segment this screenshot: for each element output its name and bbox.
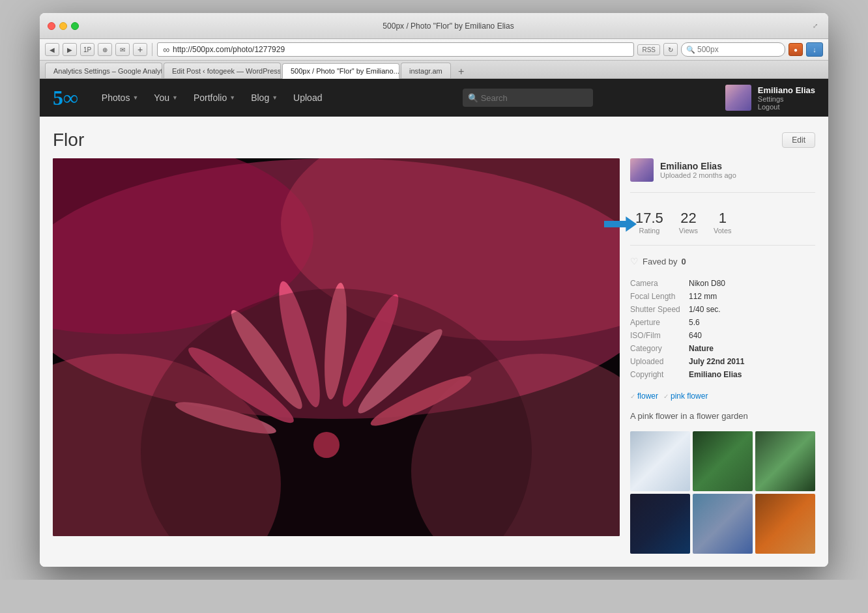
toolbar-separator [152, 43, 152, 56]
meta-row-category: Category Nature [630, 342, 815, 355]
avatar[interactable] [725, 85, 751, 111]
thumbnail-2[interactable] [693, 431, 753, 491]
nav-portfolio[interactable]: Portfolio ▼ [186, 79, 243, 117]
download-button[interactable]: ↓ [806, 42, 823, 57]
heart-icon: ♡ [630, 256, 639, 266]
browser-tabs: Analytics Settings – Google Analytics Ed… [40, 61, 828, 79]
copyright-value: Emiliano Elias [689, 368, 815, 381]
rss-badge[interactable]: RSS [637, 44, 660, 55]
camera-label: Camera [630, 277, 689, 290]
page-title: Flor [53, 130, 84, 150]
tab-500px[interactable]: 500px / Photo "Flor" by Emiliano... [282, 63, 399, 79]
rating-stat: 17.5 Rating [635, 210, 663, 235]
tag-icon: ✓ [630, 393, 635, 400]
infinity-icon: ∞ [163, 44, 169, 55]
uploader-avatar[interactable] [630, 158, 654, 182]
tag-icon: ✓ [663, 393, 669, 400]
history-button[interactable]: 1P [80, 43, 94, 56]
thumbnail-4[interactable] [630, 494, 690, 554]
maximize-button[interactable] [71, 22, 79, 30]
edit-button[interactable]: Edit [782, 132, 815, 148]
iso-value: 640 [689, 329, 815, 342]
photo-layout: Emiliano Elias Uploaded 2 months ago 17.… [53, 158, 815, 554]
stats-row: 17.5 Rating 22 Views 1 Votes [635, 210, 815, 235]
flower-svg [53, 158, 620, 536]
minimize-button[interactable] [59, 22, 67, 30]
forward-button[interactable]: ▶ [63, 43, 77, 56]
address-bar[interactable]: ∞ http://500px.com/photo/1277929 [157, 42, 634, 57]
focal-value: 112 mm [689, 290, 815, 303]
resize-icon[interactable]: ⤢ [810, 21, 820, 31]
back-button[interactable]: ◀ [45, 43, 59, 56]
nav-blog[interactable]: Blog ▼ [243, 79, 285, 117]
focal-label: Focal Length [630, 290, 689, 303]
meta-row-iso: ISO/Film 640 [630, 329, 815, 342]
add-tab-button[interactable]: + [133, 43, 147, 56]
header-search-input[interactable] [463, 89, 593, 107]
nav-you[interactable]: You ▼ [146, 79, 186, 117]
main-nav: Photos ▼ You ▼ Portfolio ▼ Blog ▼ Upload [94, 79, 330, 117]
thumbnail-6[interactable] [755, 494, 815, 554]
uploader-name[interactable]: Emiliano Elias [660, 161, 736, 171]
shutter-value: 1/40 sec. [689, 303, 815, 316]
rss-button[interactable]: ⊕ [98, 43, 112, 56]
views-label: Views [679, 227, 698, 235]
photo-title-bar: Flor Edit [53, 130, 815, 150]
tab-instagram[interactable]: instagr.am [401, 63, 451, 78]
close-button[interactable] [48, 22, 55, 30]
category-value[interactable]: Nature [689, 342, 815, 355]
settings-link[interactable]: Settings [758, 95, 815, 103]
chevron-down-icon: ▼ [172, 94, 178, 101]
chevron-down-icon: ▼ [272, 94, 278, 101]
header-search-wrap: 🔍 [463, 89, 593, 107]
traffic-lights [48, 22, 79, 30]
meta-row-focal: Focal Length 112 mm [630, 290, 815, 303]
nav-upload[interactable]: Upload [285, 79, 330, 117]
content-area: Flor Edit [40, 117, 828, 567]
svg-marker-16 [604, 216, 637, 231]
tag-flower[interactable]: ✓ flower [630, 392, 658, 401]
faved-count: 0 [681, 257, 686, 266]
rating-label: Rating [635, 227, 663, 235]
search-wrapper: 🔍 [681, 42, 785, 57]
votes-stat: 1 Votes [714, 210, 732, 235]
titlebar: 500px / Photo "Flor" by Emiliano Elias ⤢ [40, 13, 828, 39]
aperture-label: Aperture [630, 316, 689, 329]
blue-arrow-icon [604, 216, 637, 232]
new-tab-button[interactable]: + [455, 65, 468, 78]
search-submit-button[interactable]: ● [788, 43, 803, 56]
site-logo[interactable]: 5∞ [53, 87, 78, 108]
stats-container: 17.5 Rating 22 Views 1 Votes [630, 203, 815, 246]
views-value: 22 [679, 210, 698, 227]
search-input[interactable] [681, 42, 785, 57]
tab-wordpress[interactable]: Edit Post ‹ fotogeek — WordPress [164, 63, 281, 78]
tab-analytics[interactable]: Analytics Settings – Google Analytics [45, 63, 162, 78]
aperture-value: 5.6 [689, 316, 815, 329]
faved-row: ♡ Faved by 0 [630, 256, 815, 266]
thumbnail-1[interactable] [630, 431, 690, 491]
thumbnail-3[interactable] [755, 431, 815, 491]
shutter-label: Shutter Speed [630, 303, 689, 316]
window-title: 500px / Photo "Flor" by Emiliano Elias [87, 21, 810, 31]
page-content: Flor Edit [40, 117, 828, 567]
user-name-block: Emiliano Elias Settings Logout [758, 85, 815, 111]
tag-pink-flower[interactable]: ✓ pink flower [663, 392, 708, 401]
meta-table: Camera Nikon D80 Focal Length 112 mm Shu… [630, 277, 815, 381]
mail-button[interactable]: ✉ [115, 43, 130, 56]
avatar-image [725, 85, 751, 111]
refresh-button[interactable]: ↻ [663, 43, 678, 56]
thumbnail-5[interactable] [693, 494, 753, 554]
uploaded-time: Uploaded 2 months ago [660, 171, 736, 179]
main-photo [53, 158, 620, 536]
copyright-label: Copyright [630, 368, 689, 381]
logout-link[interactable]: Logout [758, 103, 815, 111]
faved-label: Faved by [643, 257, 677, 266]
rating-value: 17.5 [635, 210, 663, 227]
uploaded-value: July 22nd 2011 [689, 355, 815, 368]
meta-row-shutter: Shutter Speed 1/40 sec. [630, 303, 815, 316]
nav-photos[interactable]: Photos ▼ [94, 79, 147, 117]
iso-label: ISO/Film [630, 329, 689, 342]
meta-row-copyright: Copyright Emiliano Elias [630, 368, 815, 381]
browser-window: 500px / Photo "Flor" by Emiliano Elias ⤢… [40, 13, 828, 567]
uploader-details: Emiliano Elias Uploaded 2 months ago [660, 161, 736, 179]
